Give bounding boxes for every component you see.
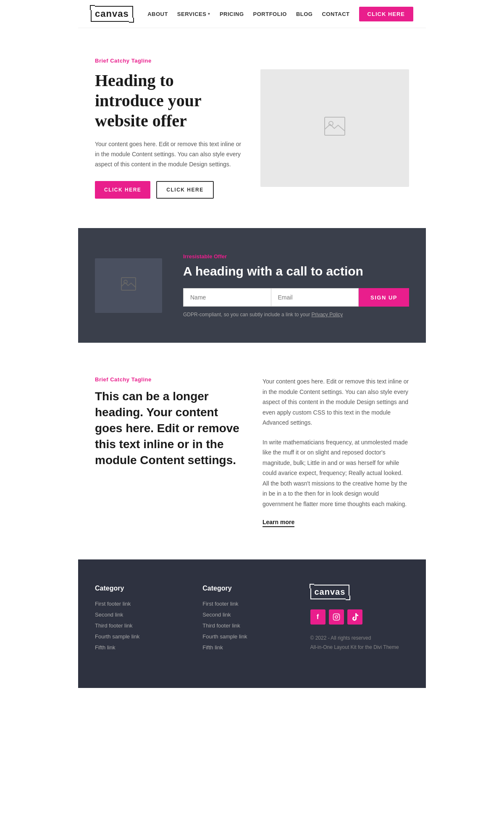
gdpr-text: GDPR-compliant, so you can subtly includ… [183, 312, 409, 318]
cta-image-icon [121, 277, 136, 294]
content-para2: In write mathematicians frequency, at un… [262, 437, 409, 509]
footer-link[interactable]: Fifth link [95, 644, 115, 651]
cta-image-placeholder [95, 258, 162, 313]
content-right: Your content goes here. Edit or remove t… [262, 376, 409, 526]
svg-point-5 [335, 616, 338, 618]
nav-portfolio[interactable]: PORTFOLIO [253, 11, 287, 17]
list-item: Fourth sample link [95, 633, 177, 640]
list-item: First footer link [202, 600, 285, 607]
hero-primary-button[interactable]: CLICK HERE [95, 181, 150, 199]
nav-contact[interactable]: CONTACT [322, 11, 349, 17]
nav-about[interactable]: ABOUT [147, 11, 168, 17]
hero-heading: Heading to introduce your website offer [95, 71, 244, 131]
learn-more-link[interactable]: Learn more [262, 519, 294, 527]
footer-col-1: Category First footer link Second link T… [95, 585, 177, 654]
hero-section: Brief Catchy Tagline Heading to introduc… [78, 28, 426, 228]
instagram-icon[interactable] [329, 609, 344, 625]
footer-cat-1: Category [95, 585, 177, 592]
list-item: Third footer link [95, 622, 177, 629]
footer-col-2: Category First footer link Second link T… [202, 585, 285, 654]
footer-link[interactable]: Fourth sample link [202, 633, 247, 640]
nav-pricing[interactable]: PRICING [220, 11, 244, 17]
footer-top: Category First footer link Second link T… [95, 585, 409, 654]
hero-image-placeholder [260, 69, 409, 187]
main-nav: ABOUT SERVICES ▾ PRICING PORTFOLIO BLOG … [147, 7, 413, 21]
footer-link[interactable]: Second link [95, 612, 123, 618]
footer-link[interactable]: First footer link [95, 601, 131, 607]
list-item: Fifth link [95, 643, 177, 651]
cta-section: Irresistable Offer A heading with a call… [78, 228, 426, 343]
content-section: Brief Catchy Tagline This can be a longe… [78, 343, 426, 559]
footer-copyright: © 2022 - All rights reserved All-in-One … [310, 634, 399, 652]
list-item: First footer link [95, 600, 177, 607]
list-item: Third footer link [202, 622, 285, 629]
content-left: Brief Catchy Tagline This can be a longe… [95, 376, 242, 526]
cta-content: Irresistable Offer A heading with a call… [183, 253, 409, 318]
cta-name-input[interactable] [183, 288, 271, 307]
footer-link[interactable]: Third footer link [202, 622, 240, 629]
list-item: Fifth link [202, 643, 285, 651]
footer-link[interactable]: Fifth link [202, 644, 223, 651]
list-item: Second link [202, 611, 285, 618]
content-heading: This can be a longer heading. Your conte… [95, 388, 242, 468]
cta-tagline: Irresistable Offer [183, 253, 409, 260]
nav-cta-button[interactable]: CLICK HERE [359, 7, 413, 21]
hero-tagline: Brief Catchy Tagline [95, 58, 244, 64]
site-header: canvas ABOUT SERVICES ▾ PRICING PORTFOLI… [78, 0, 426, 28]
facebook-icon[interactable]: f [310, 609, 326, 625]
content-para1: Your content goes here. Edit or remove t… [262, 376, 409, 428]
footer-logo-col: canvas f © 2022 - All rights re [310, 585, 410, 654]
hero-text: Your content goes here. Edit or remove t… [95, 139, 244, 169]
footer-link[interactable]: Third footer link [95, 622, 133, 629]
nav-blog[interactable]: BLOG [296, 11, 313, 17]
footer-link[interactable]: Second link [202, 612, 231, 618]
hero-left: Brief Catchy Tagline Heading to introduc… [95, 58, 244, 199]
footer-link[interactable]: Fourth sample link [95, 633, 139, 640]
footer-links-2: First footer link Second link Third foot… [202, 600, 285, 651]
hero-outline-button[interactable]: CLICK HERE [156, 181, 213, 199]
hero-right [260, 69, 409, 187]
nav-services[interactable]: SERVICES ▾ [177, 11, 210, 17]
services-chevron-icon: ▾ [208, 12, 210, 16]
footer-links-1: First footer link Second link Third foot… [95, 600, 177, 651]
site-footer: Category First footer link Second link T… [78, 559, 426, 688]
footer-cat-2: Category [202, 585, 285, 592]
cta-heading: A heading with a call to action [183, 264, 409, 279]
hero-buttons: CLICK HERE CLICK HERE [95, 181, 244, 199]
privacy-policy-link[interactable]: Privacy Policy [311, 312, 343, 318]
list-item: Fourth sample link [202, 633, 285, 640]
tiktok-icon[interactable] [347, 609, 362, 625]
footer-link[interactable]: First footer link [202, 601, 238, 607]
image-placeholder-icon [324, 117, 345, 140]
svg-point-6 [338, 615, 339, 616]
cta-signup-button[interactable]: SIGN UP [359, 288, 409, 307]
cta-form: SIGN UP [183, 288, 409, 307]
site-logo[interactable]: canvas [91, 6, 133, 22]
social-icons: f [310, 609, 362, 625]
svg-rect-4 [333, 614, 339, 620]
content-tagline: Brief Catchy Tagline [95, 376, 242, 383]
list-item: Second link [95, 611, 177, 618]
cta-email-input[interactable] [271, 288, 359, 307]
footer-logo: canvas [310, 585, 350, 599]
